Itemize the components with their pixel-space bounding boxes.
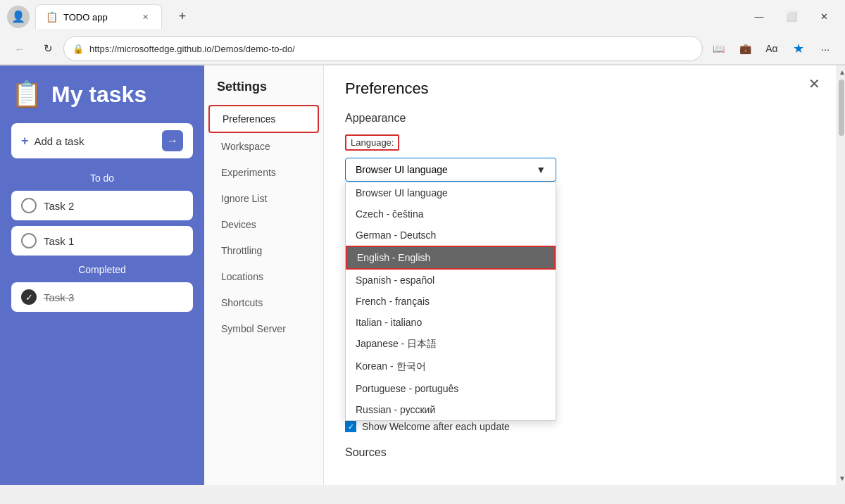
add-task-label: Add a task <box>35 135 156 147</box>
scrollbar[interactable]: ▲ ▼ <box>837 65 845 485</box>
dropdown-option-french[interactable]: French - français <box>346 291 556 312</box>
dropdown-option-russian[interactable]: Russian - русский <box>346 399 556 420</box>
settings-item-workspace[interactable]: Workspace <box>208 134 319 159</box>
back-button[interactable]: ← <box>7 36 32 61</box>
task-checkbox[interactable] <box>21 233 37 248</box>
nav-actions: 📖 💼 Aα ★ ··· <box>706 36 838 61</box>
close-button[interactable]: ✕ <box>810 6 838 28</box>
close-panel-button[interactable]: ✕ <box>803 73 825 95</box>
show-welcome-row: ✓ Show Welcome after each update <box>345 421 815 432</box>
completed-task-label: Task 3 <box>44 291 74 303</box>
settings-item-locations[interactable]: Locations <box>208 264 319 289</box>
sources-section-title: Sources <box>345 446 815 459</box>
scroll-up-button[interactable]: ▲ <box>839 68 844 76</box>
selected-language-text: Browser UI language <box>356 164 448 175</box>
settings-title: Settings <box>204 73 323 104</box>
settings-item-throttling[interactable]: Throttling <box>208 238 319 263</box>
settings-item-symbol-server[interactable]: Symbol Server <box>208 316 319 341</box>
settings-item-experiments[interactable]: Experiments <box>208 160 319 185</box>
active-tab[interactable]: 📋 TODO app ✕ <box>35 4 162 29</box>
dropdown-option-english[interactable]: English - English <box>346 246 556 270</box>
url-text: https://microsoftedge.github.io/Demos/de… <box>89 44 694 54</box>
language-label: Language: <box>345 134 399 151</box>
language-select[interactable]: Browser UI language ▼ <box>345 158 556 182</box>
restore-button[interactable]: ⬜ <box>777 6 806 28</box>
nav-bar: ← ↻ 🔒 https://microsoftedge.github.io/De… <box>0 33 845 65</box>
dropdown-option-czech[interactable]: Czech - čeština <box>346 203 556 225</box>
show-welcome-checkbox[interactable]: ✓ <box>345 421 356 432</box>
task-label: Task 2 <box>44 200 74 212</box>
browser-chrome: 👤 📋 TODO app ✕ + — ⬜ ✕ ← ↻ 🔒 https://mic… <box>0 0 845 65</box>
title-bar: 👤 📋 TODO app ✕ + — ⬜ ✕ <box>0 0 845 33</box>
lock-icon: 🔒 <box>73 44 84 54</box>
page-content: 📋 My tasks + Add a task → To do Task 2 T… <box>0 65 845 485</box>
collections-button[interactable]: 💼 <box>732 36 758 61</box>
language-dropdown-list: Browser UI language Czech - čeština Germ… <box>345 182 556 421</box>
task-item[interactable]: Task 2 <box>11 191 193 220</box>
dropdown-arrow-icon: ▼ <box>536 164 546 175</box>
more-button[interactable]: ··· <box>813 36 838 61</box>
app-title: My tasks <box>51 82 146 108</box>
add-task-arrow-icon: → <box>162 130 183 151</box>
settings-panel: Settings Preferences Workspace Experimen… <box>204 65 324 485</box>
refresh-button[interactable]: ↻ <box>35 36 61 61</box>
dropdown-option-vietnamese[interactable]: Vietnamese - Tiếng Việt <box>346 420 556 421</box>
settings-item-ignore-list[interactable]: Ignore List <box>208 186 319 211</box>
dropdown-option-spanish[interactable]: Spanish - español <box>346 270 556 291</box>
task-checkbox-checked[interactable]: ✓ <box>21 289 37 305</box>
dropdown-option-browser-ui[interactable]: Browser UI language <box>346 182 556 203</box>
task-label: Task 1 <box>44 235 74 247</box>
task-item[interactable]: Task 1 <box>11 226 193 256</box>
settings-item-shortcuts[interactable]: Shortcuts <box>208 290 319 315</box>
completed-section-label: Completed <box>11 264 193 275</box>
preferences-panel: ✕ Preferences Appearance Language: Brows… <box>324 65 837 485</box>
completed-task-item[interactable]: ✓ Task 3 <box>11 282 193 312</box>
panel-title: Preferences <box>345 80 815 98</box>
scroll-thumb[interactable] <box>839 80 844 136</box>
dropdown-option-portuguese[interactable]: Portuguese - português <box>346 378 556 399</box>
language-field-row: Language: <box>345 134 815 151</box>
new-tab-button[interactable]: + <box>172 6 193 27</box>
settings-item-preferences[interactable]: Preferences <box>208 105 319 133</box>
minimize-button[interactable]: — <box>745 6 773 28</box>
window-controls: — ⬜ ✕ <box>745 6 838 28</box>
app-sidebar: 📋 My tasks + Add a task → To do Task 2 T… <box>0 65 204 485</box>
add-task-plus-icon: + <box>21 134 29 149</box>
tab-icon: 📋 <box>46 11 58 23</box>
appearance-section-title: Appearance <box>345 112 815 125</box>
add-task-button[interactable]: + Add a task → <box>11 123 193 158</box>
scroll-down-button[interactable]: ▼ <box>839 474 844 482</box>
app-logo: 📋 <box>11 80 43 109</box>
task-checkbox[interactable] <box>21 198 37 213</box>
read-aloud-button[interactable]: 📖 <box>706 36 731 61</box>
show-welcome-label: Show Welcome after each update <box>362 421 510 432</box>
tab-close-button[interactable]: ✕ <box>139 11 151 23</box>
tab-title: TODO app <box>63 12 133 23</box>
app-header: 📋 My tasks <box>11 80 193 109</box>
dropdown-option-italian[interactable]: Italian - italiano <box>346 312 556 333</box>
language-select-wrapper[interactable]: Browser UI language ▼ Browser UI languag… <box>345 158 556 182</box>
settings-item-devices[interactable]: Devices <box>208 212 319 237</box>
immersive-reader-button[interactable]: Aα <box>759 36 784 61</box>
user-avatar: 👤 <box>7 6 30 28</box>
address-bar[interactable]: 🔒 https://microsoftedge.github.io/Demos/… <box>63 36 703 61</box>
dropdown-option-korean[interactable]: Korean - 한국어 <box>346 355 556 378</box>
dropdown-option-german[interactable]: German - Deutsch <box>346 225 556 246</box>
dropdown-option-japanese[interactable]: Japanese - 日本語 <box>346 333 556 355</box>
todo-section-label: To do <box>11 172 193 184</box>
favorites-button[interactable]: ★ <box>786 36 811 61</box>
